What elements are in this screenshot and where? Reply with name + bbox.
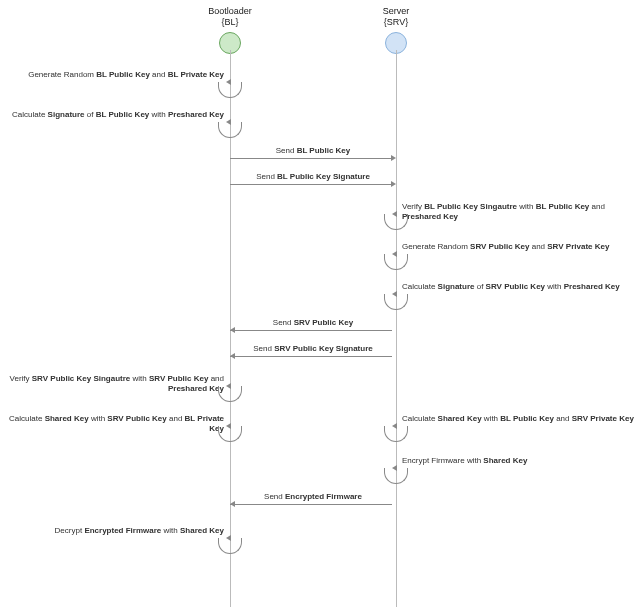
arrow-head-icon: [230, 501, 235, 507]
self-arrow-head-icon: [392, 291, 397, 297]
sequence-diagram: Bootloader{BL}Server{SRV}Generate Random…: [0, 0, 640, 615]
self-arrow-head-icon: [392, 251, 397, 257]
message-arrow: [230, 504, 392, 505]
lifeline-srv: [396, 50, 397, 607]
self-message-label: Verify BL Public Key Singautre with BL P…: [402, 202, 638, 221]
self-arrow-head-icon: [226, 383, 231, 389]
message-arrow: [230, 356, 392, 357]
self-arrow-head-icon: [226, 423, 231, 429]
arrow-head-icon: [230, 353, 235, 359]
actor-name: Server: [356, 6, 436, 17]
message-arrow: [230, 330, 392, 331]
message-label: Send BL Public Key Signature: [230, 172, 396, 182]
message-label: Send SRV Public Key: [230, 318, 396, 328]
message-arrow: [230, 184, 392, 185]
actor-alias: {SRV}: [356, 17, 436, 28]
arrow-head-icon: [391, 155, 396, 161]
self-message-label: Decrypt Encrypted Firmware with Shared K…: [55, 526, 224, 536]
self-arrow-head-icon: [226, 535, 231, 541]
arrow-head-icon: [230, 327, 235, 333]
message-label: Send Encrypted Firmware: [230, 492, 396, 502]
actor-srv: Server{SRV}: [356, 6, 436, 54]
self-arrow-head-icon: [392, 423, 397, 429]
self-arrow-head-icon: [392, 465, 397, 471]
self-message-label: Calculate Signature of SRV Public Key wi…: [402, 282, 620, 292]
self-message-label: Calculate Shared Key with SRV Public Key…: [2, 414, 224, 433]
actor-bl: Bootloader{BL}: [190, 6, 270, 54]
self-message-label: Encrypt Firmware with Shared Key: [402, 456, 527, 466]
message-label: Send BL Public Key: [230, 146, 396, 156]
self-message-label: Calculate Signature of BL Public Key wit…: [12, 110, 224, 120]
self-message-label: Generate Random SRV Public Key and SRV P…: [402, 242, 609, 252]
self-arrow-head-icon: [226, 79, 231, 85]
self-message-label: Generate Random BL Public Key and BL Pri…: [28, 70, 224, 80]
actor-alias: {BL}: [190, 17, 270, 28]
self-message-label: Verify SRV Public Key Singautre with SRV…: [2, 374, 224, 393]
message-label: Send SRV Public Key Signature: [230, 344, 396, 354]
arrow-head-icon: [391, 181, 396, 187]
self-arrow-head-icon: [226, 119, 231, 125]
message-arrow: [230, 158, 392, 159]
self-message-label: Calculate Shared Key with BL Public Key …: [402, 414, 634, 424]
self-arrow-head-icon: [392, 211, 397, 217]
actor-name: Bootloader: [190, 6, 270, 17]
